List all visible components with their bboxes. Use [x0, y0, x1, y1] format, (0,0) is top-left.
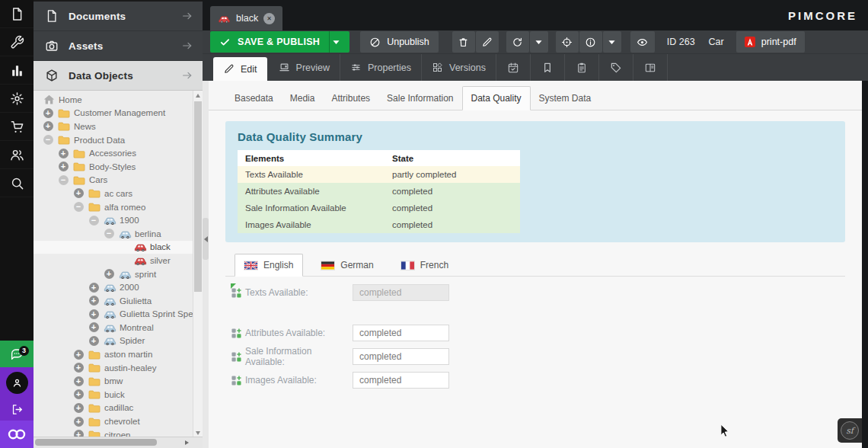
tree-item-2000[interactable]: +2000 [34, 280, 193, 294]
tree-item-berlina[interactable]: −berlina [34, 227, 193, 241]
content-tab-system-data[interactable]: System Data [531, 87, 600, 110]
unpublish-button[interactable]: Unpublish [360, 31, 439, 53]
tree-item-1900[interactable]: −1900 [34, 213, 193, 227]
tree-item-product-data[interactable]: −Product Data [34, 133, 193, 147]
collapse-toggle[interactable]: − [59, 175, 69, 185]
open-tab-black[interactable]: black ✕ [210, 6, 282, 30]
tree-horizontal-scrollbar[interactable] [34, 437, 203, 448]
user-menu-button[interactable] [0, 367, 34, 398]
mode-tab-preview[interactable]: Preview [269, 54, 340, 81]
open-preview-button[interactable] [630, 31, 655, 53]
logout-button[interactable] [0, 398, 34, 421]
rename-button[interactable] [476, 31, 499, 53]
close-tab-button[interactable]: ✕ [263, 13, 275, 24]
scroll-up-button[interactable] [193, 91, 203, 100]
tree-item-silver[interactable]: silver [34, 254, 193, 267]
tree-item-sprint[interactable]: +sprint [34, 267, 193, 281]
expand-toggle[interactable]: + [74, 350, 84, 360]
expand-toggle[interactable]: + [89, 296, 99, 306]
tree-item-gulietta-sprint-specia[interactable]: +Gulietta Sprint Specia [34, 308, 193, 322]
expand-toggle[interactable]: + [59, 149, 69, 158]
app-logger-button[interactable] [633, 54, 668, 81]
horizontal-scroll-thumb[interactable] [35, 439, 157, 446]
expand-toggle[interactable]: + [74, 188, 84, 198]
tree-item-aston-martin[interactable]: +aston martin [34, 347, 193, 361]
collapse-sidebar-handle[interactable] [203, 218, 209, 260]
bookmark-button[interactable] [531, 54, 565, 81]
field-input-images-available[interactable] [353, 372, 449, 389]
tree-item-buick[interactable]: +buick [34, 388, 193, 402]
expand-toggle[interactable]: + [74, 389, 84, 399]
rail-item-documents[interactable] [0, 0, 34, 28]
scroll-right-button[interactable] [181, 437, 192, 447]
content-tab-data-quality[interactable]: Data Quality [462, 86, 531, 110]
symfony-toolbar-button[interactable]: sf [838, 418, 862, 443]
pimcore-rail-logo[interactable] [0, 421, 34, 448]
tree-item-cadillac[interactable]: +cadillac [34, 402, 193, 415]
delete-button[interactable] [452, 31, 475, 53]
collapse-toggle[interactable]: − [74, 202, 84, 212]
reload-options-caret[interactable] [530, 31, 548, 53]
tree-item-alfa-romeo[interactable]: −alfa romeo [34, 200, 193, 214]
tree-item-cars[interactable]: −Cars [34, 174, 193, 187]
field-input-texts-available[interactable] [353, 284, 449, 301]
mode-tab-edit[interactable]: Edit [213, 57, 267, 81]
vertical-scroll-thumb[interactable] [194, 101, 202, 292]
expand-toggle[interactable]: + [89, 336, 99, 346]
tree-item-bmw[interactable]: +bmw [34, 374, 193, 388]
tree-item-home[interactable]: Home [34, 93, 193, 107]
sidebar-section-documents[interactable]: Documents [34, 2, 203, 31]
save-publish-button[interactable]: SAVE & PUBLISH [210, 31, 349, 53]
save-options-caret[interactable] [329, 31, 349, 53]
sidebar-section-assets[interactable]: Assets [34, 31, 203, 61]
content-tab-attributes[interactable]: Attributes [323, 87, 378, 110]
tree-item-ac-cars[interactable]: +ac cars [34, 187, 193, 200]
tree-item-accessories[interactable]: +Accessories [34, 146, 193, 160]
rail-item-tools[interactable] [0, 28, 34, 56]
content-tab-media[interactable]: Media [282, 87, 324, 110]
tree-item-black[interactable]: black [34, 241, 193, 254]
expand-toggle[interactable]: + [74, 403, 84, 413]
rail-item-ecommerce[interactable] [0, 113, 34, 141]
language-tab-french[interactable]: French [392, 254, 458, 276]
collapse-toggle[interactable]: − [89, 216, 99, 226]
expand-toggle[interactable]: + [89, 309, 99, 319]
field-input-attributes-available[interactable] [353, 325, 449, 341]
rail-item-users[interactable] [0, 141, 34, 169]
locate-in-tree-button[interactable] [556, 31, 579, 53]
info-options-caret[interactable] [603, 31, 621, 53]
tree-item-chevrolet[interactable]: +chevrolet [34, 414, 193, 428]
tree-item-montreal[interactable]: +Montreal [34, 321, 193, 334]
tree-item-customer-management[interactable]: +Customer Management [34, 107, 193, 120]
expand-toggle[interactable]: + [74, 376, 84, 386]
tags-button[interactable] [599, 54, 633, 81]
tree-item-news[interactable]: +News [34, 120, 193, 133]
tree-item-spider[interactable]: +Spider [34, 334, 193, 348]
rail-item-search[interactable] [0, 169, 34, 197]
rail-item-settings[interactable] [0, 85, 34, 113]
tree-item-austin-healey[interactable]: +austin-healey [34, 361, 193, 375]
expand-toggle[interactable]: + [43, 108, 53, 118]
sidebar-section-data-objects[interactable]: Data Objects [34, 61, 203, 91]
mode-tab-versions[interactable]: Versions [422, 54, 496, 81]
notifications-button[interactable]: 3 [0, 341, 34, 367]
rail-item-reports[interactable] [0, 56, 34, 85]
expand-toggle[interactable]: + [74, 417, 84, 427]
expand-toggle[interactable]: + [89, 322, 99, 332]
expand-toggle[interactable]: + [59, 162, 69, 171]
expand-toggle[interactable]: + [89, 283, 99, 293]
expand-toggle[interactable]: + [43, 121, 53, 131]
content-tab-basedata[interactable]: Basedata [226, 87, 282, 110]
mode-tab-properties[interactable]: Properties [340, 54, 422, 81]
content-tab-sale-information[interactable]: Sale Information [378, 87, 461, 110]
field-input-sale-information-available[interactable] [353, 348, 449, 365]
collapse-toggle[interactable]: − [43, 135, 53, 145]
expand-toggle[interactable]: + [74, 363, 84, 373]
reload-button[interactable] [506, 31, 529, 53]
language-tab-english[interactable]: English [235, 254, 303, 277]
collapse-toggle[interactable]: − [104, 229, 114, 238]
info-button[interactable] [579, 31, 602, 53]
language-tab-german[interactable]: German [312, 254, 382, 276]
notes-events-button[interactable] [565, 54, 599, 81]
expand-toggle[interactable]: + [104, 269, 114, 279]
